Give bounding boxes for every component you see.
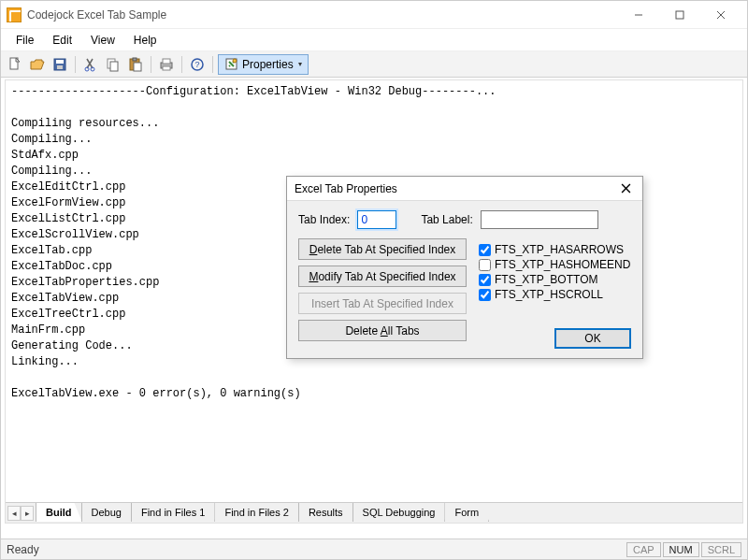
dialog-close-button[interactable] (616, 179, 635, 198)
svg-point-21 (233, 59, 237, 63)
menu-edit[interactable]: Edit (43, 30, 81, 50)
check-fts_xtp_hashomeend[interactable]: FTS_XTP_HASHOMEEND (479, 258, 630, 271)
chevron-down-icon[interactable]: ▾ (298, 60, 302, 68)
dialog-titlebar[interactable]: Excel Tab Properties (287, 177, 642, 201)
titlebar: Codejock Excel Tab Sample (1, 1, 747, 29)
check-fts_xtp_bottom[interactable]: FTS_XTP_BOTTOM (479, 273, 630, 286)
checkbox[interactable] (479, 244, 491, 256)
svg-rect-17 (163, 66, 170, 70)
svg-rect-1 (676, 11, 683, 19)
menu-view[interactable]: View (81, 30, 124, 50)
properties-button[interactable]: Properties ▾ (218, 54, 309, 75)
status-scrl: SCRL (701, 542, 741, 557)
help-icon[interactable]: ? (187, 54, 208, 75)
tab-nav-prev[interactable]: ◂ (7, 506, 21, 521)
ok-button[interactable]: OK (554, 328, 631, 349)
properties-dialog: Excel Tab Properties Tab Index: Tab Labe… (286, 176, 643, 359)
dialog-title: Excel Tab Properties (295, 182, 616, 195)
svg-rect-11 (110, 62, 118, 71)
maximize-button[interactable] (659, 2, 700, 28)
properties-label: Properties (242, 58, 294, 71)
svg-text:?: ? (194, 60, 199, 69)
tab-index-input[interactable] (357, 210, 396, 229)
close-button[interactable] (700, 2, 741, 28)
menu-file[interactable]: File (7, 30, 43, 50)
tab-find-in-files-2[interactable]: Find in Files 2 (214, 503, 298, 522)
open-icon[interactable] (27, 54, 48, 75)
tab-index-label: Tab Index: (298, 213, 350, 226)
insert-tab-button: Insert Tab At Specified Index (298, 293, 467, 314)
print-icon[interactable] (156, 54, 177, 75)
checkbox[interactable] (479, 289, 491, 301)
copy-icon[interactable] (103, 54, 123, 75)
modify-tab-button[interactable]: Modify Tab At Specified Index (298, 266, 467, 287)
toolbar: ? Properties ▾ (1, 51, 747, 78)
checkbox[interactable] (479, 274, 491, 286)
tab-nav: ◂ ▸ (6, 506, 36, 521)
minimize-button[interactable] (618, 2, 659, 28)
check-fts_xtp_hscroll[interactable]: FTS_XTP_HSCROLL (479, 288, 630, 301)
app-icon (7, 7, 22, 22)
tab-form[interactable]: Form (444, 503, 489, 522)
check-label: FTS_XTP_HASARROWS (495, 243, 624, 256)
properties-icon (224, 57, 239, 72)
check-label: FTS_XTP_BOTTOM (495, 273, 597, 286)
new-icon[interactable] (5, 54, 25, 75)
delete-all-tabs-button[interactable]: Delete All Tabs (298, 320, 467, 341)
cut-icon[interactable] (80, 54, 101, 75)
tab-find-in-files-1[interactable]: Find in Files 1 (131, 503, 215, 522)
tab-label-label: Tab Label: (421, 213, 472, 226)
tab-label-input[interactable] (481, 210, 598, 229)
check-label: FTS_XTP_HSCROLL (495, 288, 603, 301)
menubar: File Edit View Help (1, 29, 747, 51)
delete-tab-button[interactable]: Delete Tab At Specified Index (298, 238, 467, 260)
menu-help[interactable]: Help (124, 30, 166, 50)
tab-results[interactable]: Results (298, 503, 353, 522)
save-icon[interactable] (50, 54, 70, 75)
status-num: NUM (663, 542, 699, 557)
tab-debug[interactable]: Debug (81, 503, 132, 522)
svg-rect-14 (134, 63, 141, 71)
tab-nav-next[interactable]: ▸ (21, 506, 34, 521)
window-title: Codejock Excel Tab Sample (27, 8, 618, 22)
tabs-row: ◂ ▸ BuildDebugFind in Files 1Find in Fil… (6, 502, 742, 523)
style-flags: FTS_XTP_HASARROWSFTS_XTP_HASHOMEENDFTS_X… (479, 243, 630, 301)
status-cap: CAP (626, 542, 661, 557)
tab-build[interactable]: Build (36, 503, 82, 522)
check-fts_xtp_hasarrows[interactable]: FTS_XTP_HASARROWS (479, 243, 630, 256)
statusbar: Ready CAP NUM SCRL (1, 538, 747, 559)
status-text: Ready (7, 543, 39, 556)
tab-sql-debugging[interactable]: SQL Debugging (352, 503, 446, 522)
svg-rect-13 (133, 58, 137, 61)
svg-rect-16 (163, 59, 170, 64)
check-label: FTS_XTP_HASHOMEEND (495, 258, 630, 271)
checkbox[interactable] (479, 259, 491, 271)
paste-icon[interactable] (125, 54, 146, 75)
svg-rect-7 (57, 65, 63, 69)
svg-rect-6 (56, 60, 64, 64)
